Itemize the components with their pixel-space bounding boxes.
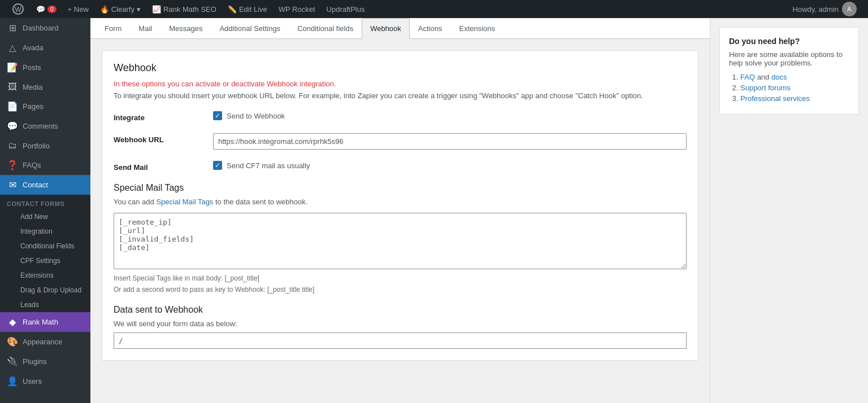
adminbar-edit-live[interactable]: ✏️ Edit Live — [222, 0, 273, 18]
sidebar-sub-extensions[interactable]: Extensions — [0, 268, 90, 283]
and-label: and — [755, 73, 771, 81]
sidebar-item-comments[interactable]: 💬 Comments — [0, 116, 90, 136]
send-mail-value: ✓ Send CF7 mail as usually — [213, 161, 687, 170]
adminbar-clearfy[interactable]: 🔥 Clearfy ▾ — [94, 0, 146, 18]
integrate-value: ✓ Send to Webhook — [213, 111, 687, 120]
special-mail-tags-link[interactable]: Special Mail Tags — [156, 198, 213, 206]
tab-extensions[interactable]: Extensions — [450, 18, 504, 39]
special-mail-tags-desc-prefix: You can add — [114, 198, 156, 206]
avatar: A — [842, 2, 857, 16]
send-to-webhook-checkbox[interactable]: ✓ — [213, 111, 222, 120]
users-icon: 👤 — [7, 376, 18, 387]
webhook-url-input[interactable] — [213, 133, 687, 150]
adminbar-edit-live-label: Edit Live — [239, 5, 267, 14]
plugins-icon: 🔌 — [7, 356, 18, 367]
wp-logo[interactable]: W — [6, 3, 31, 15]
sidebar-item-portfolio[interactable]: 🗂 Portfolio — [0, 136, 90, 155]
posts-icon: 📝 — [7, 62, 18, 73]
sidebar-item-posts[interactable]: 📝 Posts — [0, 58, 90, 77]
adminbar-rank-math[interactable]: 📈 Rank Math SEO — [146, 0, 222, 18]
adminbar-new[interactable]: + New — [62, 0, 94, 18]
help-panel: Do you need help? Here are some availabl… — [710, 18, 868, 403]
help-item-faq: FAQ and docs — [740, 73, 849, 81]
tab-additional-settings[interactable]: Additional Settings — [211, 18, 289, 39]
tab-mail[interactable]: Mail — [130, 18, 160, 39]
sidebar-item-users[interactable]: 👤 Users — [0, 371, 90, 391]
integrate-row: Integrate ✓ Send to Webhook — [114, 111, 687, 122]
data-sent-desc: We will send your form data as below: — [114, 319, 687, 328]
adminbar-comments[interactable]: 💬 0 — [31, 0, 62, 18]
contact-icon: ✉ — [7, 179, 18, 190]
hint2: Or add a second word to pass as key to W… — [114, 286, 687, 294]
clearfy-icon: 🔥 — [100, 5, 109, 14]
special-mail-tags-title: Special Mail Tags — [114, 183, 687, 193]
sidebar-item-appearance[interactable]: 🎨 Appearance — [0, 332, 90, 352]
adminbar-howdy[interactable]: Howdy, admin A — [787, 2, 862, 16]
rank-math-icon: 📈 — [152, 5, 161, 14]
professional-services-link[interactable]: Professional services — [740, 94, 810, 103]
data-sent-title: Data sent to Webhook — [114, 305, 687, 315]
help-item-support: Support forums — [740, 84, 849, 92]
tab-conditional-fields[interactable]: Conditional fields — [289, 18, 362, 39]
sidebar: ⊞ Dashboard △ Avada 📝 Posts 🖼 Media 📄 Pa… — [0, 18, 90, 403]
sidebar-item-rank-math[interactable]: ◆ Rank Math — [0, 312, 90, 332]
sidebar-item-faqs-label: FAQs — [23, 161, 41, 169]
sidebar-sub-integration[interactable]: Integration — [0, 224, 90, 239]
rank-math-sidebar-icon: ◆ — [7, 317, 18, 327]
sidebar-item-appearance-label: Appearance — [23, 338, 62, 346]
help-list: FAQ and docs Support forums Professional… — [729, 73, 849, 103]
sidebar-item-dashboard[interactable]: ⊞ Dashboard — [0, 18, 90, 38]
send-cf7-checkbox[interactable]: ✓ — [213, 161, 222, 170]
adminbar-updraftplus[interactable]: UpdraftPlus — [321, 0, 371, 18]
sidebar-item-avada-label: Avada — [23, 43, 44, 52]
integrate-label: Integrate — [114, 111, 204, 122]
sidebar-sub-conditional-fields[interactable]: Conditional Fields — [0, 239, 90, 253]
sidebar-item-contact[interactable]: ✉ Contact — [0, 175, 90, 195]
media-icon: 🖼 — [7, 82, 18, 92]
sidebar-sub-drag-drop[interactable]: Drag & Drop Upload — [0, 283, 90, 297]
sidebar-sub-add-new[interactable]: Add New — [0, 209, 90, 224]
clearfy-chevron-icon: ▾ — [137, 5, 141, 14]
special-mail-tags-desc: You can add Special Mail Tags to the dat… — [114, 198, 687, 206]
sidebar-item-posts-label: Posts — [23, 63, 41, 72]
tab-actions[interactable]: Actions — [410, 18, 451, 39]
special-mail-tags-textarea[interactable]: [_remote_ip] [_url] [_invalid_fields] [_… — [114, 213, 687, 269]
faqs-icon: ❓ — [7, 160, 18, 170]
sidebar-item-portfolio-label: Portfolio — [23, 142, 50, 150]
special-mail-tags-desc-suffix: to the data sent to webhook. — [213, 198, 307, 206]
help-title: Do you need help? — [729, 37, 849, 46]
tab-webhook[interactable]: Webhook — [362, 18, 410, 39]
adminbar-new-label: + New — [68, 5, 89, 14]
sidebar-item-rank-math-label: Rank Math — [23, 318, 58, 326]
webhook-desc-red: In these options you can activate or dea… — [114, 80, 687, 88]
sidebar-item-faqs[interactable]: ❓ FAQs — [0, 155, 90, 175]
sidebar-item-plugins[interactable]: 🔌 Plugins — [0, 352, 90, 371]
data-sent-input[interactable] — [114, 332, 687, 349]
comments-sidebar-icon: 💬 — [7, 121, 18, 132]
comments-count: 0 — [47, 6, 57, 13]
send-mail-label: Send Mail — [114, 161, 204, 172]
help-desc: Here are some available options to help … — [729, 50, 849, 67]
sidebar-item-pages[interactable]: 📄 Pages — [0, 97, 90, 116]
adminbar-updraftplus-label: UpdraftPlus — [327, 5, 365, 14]
faq-link[interactable]: FAQ — [740, 73, 755, 81]
send-cf7-label: Send CF7 mail as usually — [227, 161, 310, 170]
sidebar-item-contact-label: Contact — [23, 181, 48, 189]
sidebar-item-avada[interactable]: △ Avada — [0, 38, 90, 58]
help-box: Do you need help? Here are some availabl… — [719, 27, 859, 115]
sidebar-sub-leads[interactable]: Leads — [0, 297, 90, 312]
hint1: Insert Special Tags like in mail body: [… — [114, 274, 687, 282]
sidebar-item-media-label: Media — [23, 83, 42, 91]
tabs-bar: Form Mail Messages Additional Settings C… — [90, 18, 710, 39]
tab-messages[interactable]: Messages — [160, 18, 211, 39]
support-forums-link[interactable]: Support forums — [740, 84, 791, 92]
contact-forms-submenu: Contact Forms Add New Integration Condit… — [0, 195, 90, 312]
sidebar-sub-cpf-settings[interactable]: CPF Settings — [0, 253, 90, 268]
docs-link[interactable]: docs — [771, 73, 787, 81]
pages-icon: 📄 — [7, 101, 18, 112]
portfolio-icon: 🗂 — [7, 141, 18, 151]
appearance-icon: 🎨 — [7, 336, 18, 347]
sidebar-item-media[interactable]: 🖼 Media — [0, 77, 90, 97]
tab-form[interactable]: Form — [96, 18, 130, 39]
adminbar-wp-rocket[interactable]: WP Rocket — [273, 0, 321, 18]
